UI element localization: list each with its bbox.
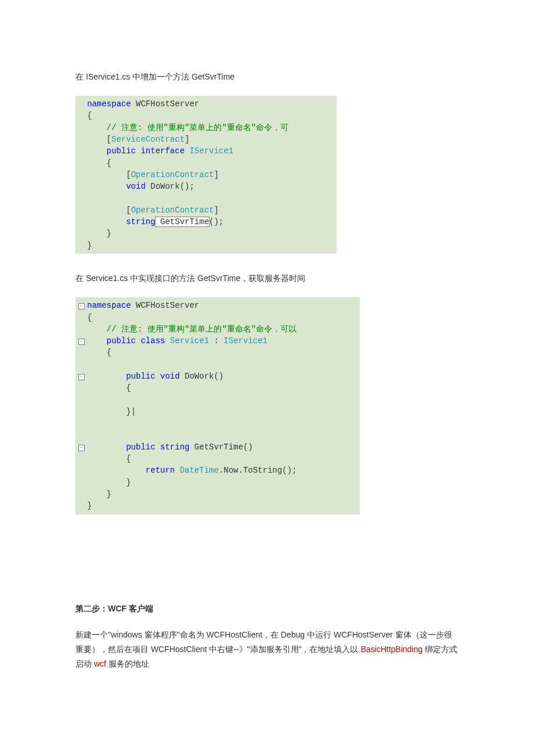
brace-close-1: } [87,241,92,250]
intro-paragraph-1: 在 IService1.cs 中增加一个方法 GetSvrTime [75,70,459,84]
method-getsvrtime-pre: GetSvrTime [156,217,209,226]
step2-heading: 第二步：WCF 客户端 [75,602,459,616]
comment-prefix-b: // [87,325,121,334]
op-attr-open: [ [87,170,131,179]
fold-icon[interactable]: - [78,339,85,345]
code-block-service1: -namespace WCFHostServer { // 注意: 使用"重构"… [75,297,360,514]
method-getsvrtime-sig: GetSvrTime() [189,442,252,452]
ns-name: WCFHostServer [131,99,200,109]
colon: : [209,336,223,345]
kw-public: public [107,146,136,156]
brace-open-b2: { [87,348,111,357]
brace-close-b2: } [87,489,111,499]
attr-operationcontract: OperationContract [131,170,214,179]
kw-public-d: public [126,442,155,452]
brace-open-b4: { [87,454,131,463]
now-call: .Now.ToString(); [219,466,297,475]
op-attr-open-2: [ [87,206,131,215]
comment-text-b: 注意: 使用"重构"菜单上的"重命名"命令，可以 [121,325,297,334]
code-block-iservice: namespace WCFHostServer { // 注意: 使用"重构"菜… [75,96,337,254]
fold-icon[interactable]: - [78,374,85,380]
kw-interface: interface [136,146,189,156]
kw-void-b: void [160,372,180,381]
ns-name-2: WCFHostServer [131,301,200,310]
space [175,466,179,475]
kw-namespace: namespace [87,99,131,109]
kw-void: void [126,182,146,191]
fold-icon[interactable]: - [78,303,85,309]
intro-paragraph-2: 在 Service1.cs 中实现接口的方法 GetSvrTime，获取服务器时… [75,271,459,286]
kw-public-c: public [126,372,155,381]
method-getsvrtime-suffix: (); [209,217,223,226]
kw-namespace-2: namespace [87,301,131,310]
comment-text: 注意: 使用"重构"菜单上的"重命名"命令，可 [121,123,288,132]
kw-public-b: public [107,336,136,345]
brace-open-b: { [87,313,92,322]
comment-prefix: // [87,123,121,132]
brace-close-2: } [87,229,111,238]
attr-open: [ [87,135,111,144]
op-attr-close-2: ] [214,206,218,215]
method-dowork: DoWork(); [146,182,194,191]
kw-string-b: string [160,442,189,452]
type-iservice1-b: IService1 [223,336,268,345]
kw-return: return [146,466,175,475]
attr-servicecontract: ServiceContract [111,135,185,144]
brace-open-b3: { [87,383,131,393]
fold-icon[interactable]: - [78,445,85,451]
type-iservice1: IService1 [189,146,233,156]
step2-body: 新建一个"windows 窗体程序"命名为 WCFHostClient，在 De… [75,628,459,672]
attr-operationcontract-2: OperationContract [131,206,214,215]
brace-open-2: { [87,159,111,168]
kw-class: class [136,336,170,345]
attr-close: ] [185,135,189,144]
step2-body-c: 服务的地址 [106,659,149,668]
type-service1: Service1 [170,336,209,345]
type-datetime: DateTime [180,466,219,475]
red-wcf: wcf [94,659,106,668]
red-basichttpbinding: BasicHttpBinding [360,645,423,654]
brace-open: { [87,111,92,120]
brace-close-b4: } [87,478,131,487]
kw-string: string [126,217,155,226]
brace-close-b3: } [87,407,131,416]
method-dowork-sig: DoWork() [180,372,224,381]
brace-close-b1: } [87,501,92,510]
op-attr-close: ] [214,170,218,179]
